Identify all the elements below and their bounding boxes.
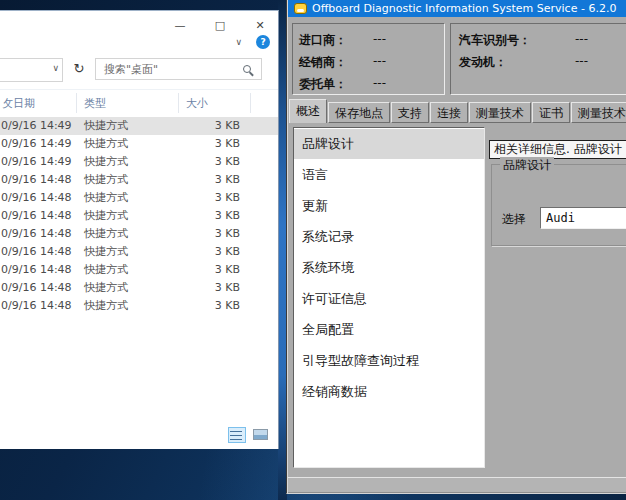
file-date-cell: 0/9/16 14:49: [1, 117, 72, 135]
dealer-value: ---: [373, 54, 386, 68]
file-list: 0/9/16 14:49快捷方式3 KB0/9/16 14:49快捷方式3 KB…: [0, 117, 278, 315]
table-row[interactable]: 0/9/16 14:48快捷方式3 KB: [0, 225, 278, 243]
file-date-cell: 0/9/16 14:48: [1, 207, 72, 225]
table-row[interactable]: 0/9/16 14:49快捷方式3 KB: [0, 153, 278, 171]
file-size-cell: 3 KB: [195, 189, 240, 207]
tab-证书[interactable]: 证书: [532, 102, 570, 123]
address-bar[interactable]: ∨: [0, 58, 63, 82]
vin-value: ---: [575, 32, 588, 46]
nav-item-系统记录[interactable]: 系统记录: [294, 222, 484, 252]
column-header-date-modified[interactable]: 攵日期: [2, 96, 35, 111]
desktop: — □ ✕ ∨ ? ∨ ↻ 搜索"桌面" 攵日期 类型 大小: [0, 0, 626, 500]
explorer-toolbar: ∨ ↻ 搜索"桌面": [0, 56, 278, 88]
file-size-cell: 3 KB: [195, 135, 240, 153]
file-size-cell: 3 KB: [195, 153, 240, 171]
column-header-row: 攵日期 类型 大小: [0, 91, 278, 115]
file-size-cell: 3 KB: [195, 171, 240, 189]
toolbar-divider: [0, 89, 278, 90]
order-label: 委托单：: [299, 76, 347, 93]
table-row[interactable]: 0/9/16 14:49快捷方式3 KB: [0, 117, 278, 135]
column-divider[interactable]: [178, 93, 179, 113]
file-type-cell: 快捷方式: [84, 207, 128, 225]
ribbon-collapse-icon[interactable]: ∨: [235, 35, 242, 49]
column-divider[interactable]: [250, 93, 251, 113]
ribbon-row: ∨ ?: [235, 35, 270, 49]
order-value: ---: [373, 76, 386, 90]
tab-保存地点[interactable]: 保存地点: [328, 102, 390, 123]
nav-item-品牌设计[interactable]: 品牌设计: [294, 129, 484, 159]
brand-design-groupbox: 品牌设计 选择 Audi: [491, 164, 626, 246]
table-row[interactable]: 0/9/16 14:48快捷方式3 KB: [0, 297, 278, 315]
table-row[interactable]: 0/9/16 14:48快捷方式3 KB: [0, 261, 278, 279]
column-header-size[interactable]: 大小: [186, 96, 208, 111]
importer-value: ---: [373, 32, 386, 46]
dealer-label: 经销商：: [299, 54, 347, 71]
details-view-button[interactable]: [228, 427, 246, 443]
nav-item-更新[interactable]: 更新: [294, 191, 484, 221]
file-type-cell: 快捷方式: [84, 135, 128, 153]
thumbnail-view-icon: [253, 429, 268, 440]
address-dropdown-icon[interactable]: ∨: [52, 63, 59, 73]
search-placeholder: 搜索"桌面": [104, 63, 158, 76]
tab-测量技术操作[interactable]: 测量技术操作: [571, 102, 626, 123]
help-icon[interactable]: ?: [256, 35, 270, 49]
brand-select-field[interactable]: Audi: [540, 207, 626, 229]
search-icon[interactable]: [243, 65, 251, 73]
column-header-type[interactable]: 类型: [84, 96, 106, 111]
file-size-cell: 3 KB: [195, 207, 240, 225]
file-date-cell: 0/9/16 14:48: [1, 189, 72, 207]
vin-label: 汽车识别号：: [459, 32, 531, 49]
odis-window: Offboard Diagnostic Information System S…: [286, 0, 626, 494]
explorer-window: — □ ✕ ∨ ? ∨ ↻ 搜索"桌面" 攵日期 类型 大小: [0, 10, 279, 449]
table-row[interactable]: 0/9/16 14:48快捷方式3 KB: [0, 171, 278, 189]
table-row[interactable]: 0/9/16 14:49快捷方式3 KB: [0, 135, 278, 153]
table-row[interactable]: 0/9/16 14:48快捷方式3 KB: [0, 279, 278, 297]
window-title: Offboard Diagnostic Information System S…: [312, 0, 616, 17]
column-divider[interactable]: [76, 93, 77, 113]
file-date-cell: 0/9/16 14:48: [1, 243, 72, 261]
file-date-cell: 0/9/16 14:48: [1, 279, 72, 297]
minimize-button[interactable]: —: [168, 17, 192, 35]
file-date-cell: 0/9/16 14:48: [1, 225, 72, 243]
close-button[interactable]: ✕: [248, 17, 272, 35]
odis-titlebar[interactable]: Offboard Diagnostic Information System S…: [288, 0, 626, 17]
tab-连接[interactable]: 连接: [430, 102, 468, 123]
file-type-cell: 快捷方式: [84, 261, 128, 279]
file-size-cell: 3 KB: [195, 261, 240, 279]
tab-支持[interactable]: 支持: [391, 102, 429, 123]
table-row[interactable]: 0/9/16 14:48快捷方式3 KB: [0, 207, 278, 225]
refresh-icon[interactable]: ↻: [68, 58, 90, 80]
window-controls: — □ ✕: [168, 17, 272, 35]
tab-测量技术[interactable]: 测量技术: [469, 102, 531, 123]
tab-概述[interactable]: 概述: [289, 99, 327, 123]
nav-item-引导型故障查询过程[interactable]: 引导型故障查询过程: [294, 346, 484, 376]
file-size-cell: 3 KB: [195, 117, 240, 135]
file-size-cell: 3 KB: [195, 297, 240, 315]
odis-app-icon: [294, 3, 307, 14]
search-input[interactable]: 搜索"桌面": [95, 58, 262, 80]
nav-item-许可证信息[interactable]: 许可证信息: [294, 284, 484, 314]
file-type-cell: 快捷方式: [84, 171, 128, 189]
odis-statusbar: [288, 477, 626, 493]
thumbnail-view-button[interactable]: [252, 427, 270, 443]
file-type-cell: 快捷方式: [84, 279, 128, 297]
file-type-cell: 快捷方式: [84, 297, 128, 315]
nav-item-语言[interactable]: 语言: [294, 160, 484, 190]
file-type-cell: 快捷方式: [84, 225, 128, 243]
nav-item-全局配置[interactable]: 全局配置: [294, 315, 484, 345]
table-row[interactable]: 0/9/16 14:48快捷方式3 KB: [0, 243, 278, 261]
nav-item-系统环境[interactable]: 系统环境: [294, 253, 484, 283]
select-label: 选择: [502, 211, 526, 228]
file-date-cell: 0/9/16 14:48: [1, 261, 72, 279]
maximize-button[interactable]: □: [208, 17, 232, 35]
engine-label: 发动机：: [459, 54, 507, 71]
file-size-cell: 3 KB: [195, 225, 240, 243]
file-type-cell: 快捷方式: [84, 243, 128, 261]
file-type-cell: 快捷方式: [84, 153, 128, 171]
file-date-cell: 0/9/16 14:49: [1, 153, 72, 171]
file-size-cell: 3 KB: [195, 243, 240, 261]
vehicle-info-panel-right: 汽车识别号： --- 发动机： ---: [450, 23, 626, 95]
file-date-cell: 0/9/16 14:48: [1, 171, 72, 189]
nav-item-经销商数据[interactable]: 经销商数据: [294, 377, 484, 407]
table-row[interactable]: 0/9/16 14:48快捷方式3 KB: [0, 189, 278, 207]
